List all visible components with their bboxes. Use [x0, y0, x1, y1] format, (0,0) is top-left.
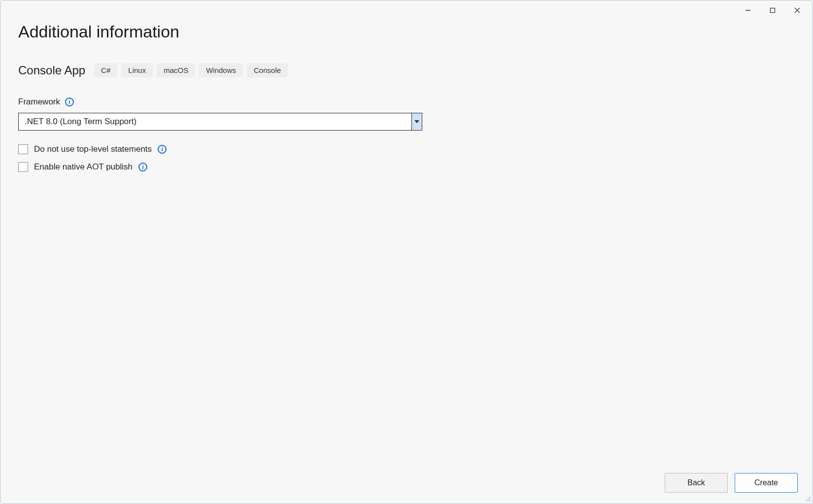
no-toplevel-label: Do not use top-level statements — [34, 144, 152, 154]
native-aot-checkbox[interactable] — [18, 162, 28, 172]
tag: Windows — [199, 63, 243, 77]
framework-dropdown[interactable]: .NET 8.0 (Long Term Support) — [18, 113, 422, 131]
back-button[interactable]: Back — [665, 473, 728, 493]
framework-label: Framework — [18, 97, 60, 107]
create-button[interactable]: Create — [735, 473, 798, 493]
tag: Linux — [121, 63, 153, 77]
tag: C# — [94, 63, 117, 77]
svg-line-7 — [810, 501, 811, 502]
project-type-label: Console App — [18, 64, 85, 77]
tag: Console — [247, 63, 288, 77]
info-icon[interactable] — [65, 98, 74, 106]
page-title: Additional information — [18, 22, 795, 41]
svg-rect-1 — [771, 8, 775, 13]
svg-marker-4 — [414, 120, 419, 123]
project-tags: C# Linux macOS Windows Console — [94, 63, 288, 77]
info-icon[interactable] — [138, 163, 147, 171]
footer-buttons: Back Create — [665, 473, 798, 493]
framework-selected-value: .NET 8.0 (Long Term Support) — [18, 113, 411, 131]
project-header: Console App C# Linux macOS Windows Conso… — [18, 63, 795, 77]
close-button[interactable] — [785, 2, 810, 18]
native-aot-label: Enable native AOT publish — [34, 162, 133, 172]
resize-grip[interactable] — [804, 495, 811, 502]
minimize-button[interactable] — [736, 2, 760, 18]
maximize-button[interactable] — [760, 2, 785, 18]
info-icon[interactable] — [158, 145, 167, 154]
tag: macOS — [157, 63, 195, 77]
chevron-down-icon[interactable] — [411, 113, 422, 131]
titlebar-controls — [736, 0, 813, 18]
no-toplevel-checkbox[interactable] — [18, 144, 28, 154]
